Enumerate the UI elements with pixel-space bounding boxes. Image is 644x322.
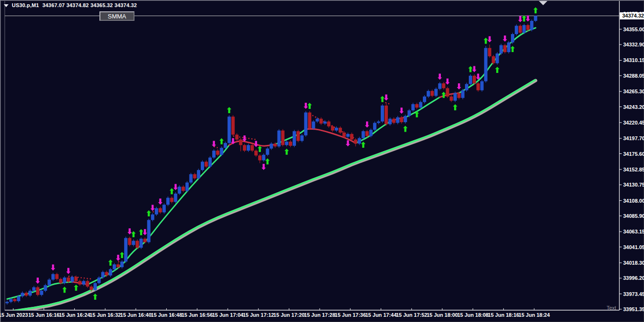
- bear-candle: [400, 117, 403, 122]
- time-tick-label: 15 Jun 16:16: [28, 312, 60, 318]
- bull-candle: [346, 134, 349, 137]
- bear-candle: [232, 116, 235, 134]
- time-tick-label: 15 Jun 17:04: [212, 312, 244, 318]
- bear-candle: [339, 128, 342, 133]
- down-arrow-icon: [116, 255, 120, 261]
- bull-candle: [186, 182, 189, 191]
- down-arrow-icon: [445, 79, 449, 85]
- up-arrow-icon: [93, 294, 97, 300]
- bear-candle: [143, 239, 147, 242]
- down-arrow-icon: [51, 264, 55, 270]
- price-tick-label: 34265.30: [623, 89, 644, 94]
- bear-candle: [36, 287, 39, 295]
- down-arrow-icon: [151, 205, 155, 211]
- up-arrow-icon: [74, 285, 78, 291]
- bull-candle: [220, 148, 223, 155]
- bull-candle: [534, 16, 537, 21]
- down-arrow-icon: [36, 277, 40, 284]
- down-arrow-icon: [487, 36, 492, 43]
- time-tick-label: 15 Jun 18:24: [519, 312, 550, 318]
- price-tick-label: 33973.45: [623, 291, 644, 297]
- bear-candle: [67, 277, 70, 282]
- bear-candle: [526, 25, 529, 30]
- down-arrow-icon: [173, 184, 178, 190]
- bull-candle: [423, 97, 426, 102]
- chart-plot-area[interactable]: [5, 7, 619, 312]
- bull-candle: [522, 25, 526, 33]
- chart-text-object[interactable]: Text: [607, 305, 619, 311]
- bull-candle: [155, 208, 158, 215]
- bull-candle: [419, 102, 422, 108]
- bear-candle: [182, 187, 185, 191]
- signal-arrows: [36, 7, 538, 300]
- bull-candle: [388, 119, 392, 125]
- plot-frame: [5, 1, 619, 310]
- bull-candle: [52, 274, 55, 280]
- up-arrow-icon: [468, 66, 473, 72]
- bull-candle: [404, 116, 407, 122]
- up-arrow-icon: [380, 96, 385, 102]
- price-tick-label: 34355.00: [623, 27, 644, 32]
- bear-candle: [216, 151, 219, 155]
- bear-candle: [78, 281, 81, 284]
- slow-ma-line: [7, 80, 536, 313]
- down-arrow-icon: [457, 83, 461, 89]
- bear-candle: [258, 155, 261, 160]
- bear-candle: [385, 106, 388, 125]
- bull-candle: [197, 170, 200, 179]
- bear-candle: [492, 56, 495, 63]
- bull-candle: [484, 48, 487, 81]
- bull-candle: [304, 113, 307, 135]
- chart-title-ohlc: 34367.07 34374.82 34365.32 34374.32: [42, 2, 137, 8]
- time-scale[interactable]: 15 Jun 202315 Jun 16:1615 Jun 16:2415 Ju…: [0, 308, 550, 318]
- bull-candle: [408, 110, 411, 116]
- down-arrow-icon: [365, 122, 369, 128]
- time-tick-label: 15 Jun 18:16: [488, 312, 519, 318]
- price-tick-label: 34310.15: [623, 57, 644, 63]
- chart-canvas[interactable]: 34377.3534355.0034332.9034310.1534288.05…: [0, 0, 644, 322]
- bull-candle: [496, 54, 499, 63]
- bear-candle: [116, 264, 120, 267]
- bear-candle: [74, 277, 78, 281]
- bear-candle: [25, 293, 28, 295]
- bull-candle: [438, 83, 441, 89]
- bull-candle: [140, 239, 143, 248]
- mt4-chart-window: US30.p,M1 34367.07 34374.82 34365.32 343…: [0, 0, 644, 322]
- bear-candle: [159, 208, 162, 213]
- chart-shift-marker-icon[interactable]: [539, 1, 547, 5]
- down-arrow-icon: [384, 95, 388, 101]
- time-tick-label: 15 Jun 16:40: [120, 312, 152, 318]
- bear-candle: [105, 272, 108, 275]
- bull-candle: [266, 149, 269, 155]
- time-tick-label: 15 Jun 16:56: [181, 312, 213, 318]
- bull-candle: [362, 131, 365, 138]
- bull-candle: [293, 131, 296, 146]
- bear-candle: [473, 76, 476, 83]
- chart-dropdown-icon[interactable]: [4, 4, 9, 7]
- down-arrow-icon: [66, 268, 71, 274]
- bull-candle: [373, 123, 376, 130]
- bull-candle: [124, 238, 127, 262]
- bear-candle: [193, 174, 197, 179]
- bear-candle: [442, 83, 445, 88]
- up-arrow-icon: [108, 259, 113, 266]
- bull-candle: [208, 158, 212, 167]
- smma-indicator-button[interactable]: SMMA: [99, 11, 134, 21]
- bear-candle: [235, 134, 239, 139]
- price-scale[interactable]: 34377.3534355.0034332.9034310.1534288.05…: [619, 11, 644, 312]
- down-arrow-icon: [518, 16, 522, 22]
- bull-candle: [71, 277, 74, 282]
- bear-candle: [488, 48, 491, 56]
- down-arrow-icon: [212, 141, 216, 147]
- bear-candle: [503, 45, 507, 52]
- bull-candle: [262, 155, 265, 161]
- up-arrow-icon: [147, 210, 151, 216]
- down-arrow-icon: [399, 107, 403, 114]
- bull-candle: [6, 302, 9, 303]
- up-arrow-icon: [265, 158, 269, 164]
- bull-candle: [381, 106, 384, 122]
- bull-candle: [166, 198, 170, 205]
- down-arrow-icon: [143, 229, 147, 235]
- down-arrow-icon: [503, 36, 507, 42]
- bull-candle: [500, 45, 503, 54]
